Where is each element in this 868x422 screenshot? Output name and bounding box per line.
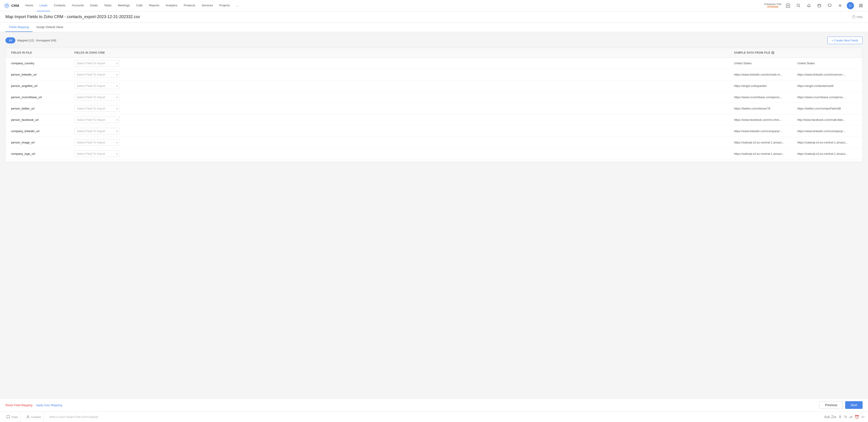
filter-unmapped[interactable]: Unmapped (49) xyxy=(36,39,56,42)
sample-data-1: https://www.linkedin.com/in/mark-m... xyxy=(732,71,796,79)
col-header-sample-data-2 xyxy=(796,48,859,57)
filter-all[interactable]: All xyxy=(5,37,16,44)
select-field-wrapper[interactable]: Select Field To Import xyxy=(74,139,120,146)
select-field-dropdown[interactable]: Select Field To Import xyxy=(74,150,120,157)
select-field-dropdown[interactable]: Select Field To Import xyxy=(74,128,120,134)
crm-label: CRM xyxy=(11,4,19,7)
logo-icon xyxy=(4,2,10,9)
contacts-section[interactable]: Contacts xyxy=(24,412,44,414)
help-button[interactable]: Help xyxy=(852,15,863,19)
calendar-icon[interactable] xyxy=(815,2,823,9)
select-field-dropdown[interactable]: Select Field To Import xyxy=(74,105,120,112)
field-name-cell: person_angellist_url xyxy=(9,82,72,90)
settings-icon[interactable] xyxy=(836,2,844,9)
chat-icon[interactable] xyxy=(826,2,833,9)
user-avatar[interactable]: U xyxy=(847,2,854,9)
select-field-wrapper[interactable]: Select Field To Import xyxy=(74,71,120,78)
select-field-dropdown[interactable]: Select Field To Import xyxy=(74,94,120,101)
notifications-icon[interactable] xyxy=(805,2,812,9)
svg-rect-6 xyxy=(860,4,861,5)
nav-reports[interactable]: Reports xyxy=(146,0,162,11)
logo[interactable]: CRM xyxy=(4,2,19,9)
nav-home[interactable]: Home xyxy=(23,0,36,11)
field-name-cell: company_logo_url xyxy=(9,150,72,158)
svg-point-2 xyxy=(797,4,799,6)
select-field-wrapper[interactable]: Select Field To Import xyxy=(74,105,120,112)
table-row: person_twitter_url Select Field To Impor… xyxy=(6,103,862,114)
select-field-wrapper[interactable]: Select Field To Import xyxy=(74,128,120,134)
nav-deals[interactable]: Deals xyxy=(88,0,100,11)
svg-rect-3 xyxy=(818,4,821,7)
enterprise-badge[interactable]: Enterprise-Trial UPGRADE xyxy=(764,3,781,8)
crm-field-cell: Select Field To Import xyxy=(72,58,732,69)
tab-assign-default[interactable]: Assign Default Value xyxy=(33,23,67,32)
nav-calls[interactable]: Calls xyxy=(133,0,145,11)
sample-data-1: https://salesql.s3.eu-central-1.amazo... xyxy=(732,150,796,158)
crm-field-cell: Select Field To Import xyxy=(72,125,732,137)
nav-right-section: Enterprise-Trial UPGRADE U xyxy=(764,2,864,9)
sample-data-2: https://www.crunchbase.com/perso... xyxy=(796,93,859,101)
select-field-wrapper[interactable]: Select Field To Import xyxy=(74,150,120,157)
nav-meetings[interactable]: Meetings xyxy=(115,0,133,11)
sample-data-1: Benjamin Arritt xyxy=(732,161,796,162)
crm-field-cell: Select Field To Import xyxy=(72,92,732,103)
nav-services[interactable]: Services xyxy=(199,0,216,11)
select-field-dropdown[interactable]: Select Field To Import xyxy=(74,116,120,123)
table-row: person_linkedin_url Select Field To Impo… xyxy=(6,69,862,80)
field-name-cell: person_crunchbase_url xyxy=(9,93,72,101)
nav-contacts[interactable]: Contacts xyxy=(51,0,68,11)
sample-data-2: http://www.facebook.com/matt.ibbe... xyxy=(796,116,859,124)
sample-data-1: https://www.facebook.com/mr.chris... xyxy=(732,116,796,124)
sample-data-2: https://www.linkedin.com/in/vernon-... xyxy=(796,71,859,79)
bottom-bar: Reset Field Mapping Apply Auto Mapping P… xyxy=(0,398,868,412)
select-field-wrapper[interactable]: Select Field To Import xyxy=(74,94,120,101)
filter-mapped[interactable]: Mapped (12) xyxy=(17,39,34,42)
select-field-wrapper[interactable]: Select Field To Import xyxy=(74,60,120,66)
table-row: created_by Select Field To Import Benjam… xyxy=(6,160,862,162)
previous-button[interactable]: Previous xyxy=(819,401,843,409)
create-fields-button[interactable]: + Create New Fields xyxy=(827,37,863,44)
nav-leads[interactable]: Leads xyxy=(37,0,50,11)
nav-projects[interactable]: Projects xyxy=(217,0,232,11)
field-name-cell: created_by xyxy=(9,161,72,162)
sample-data-2: https://salesql.s3.eu-central-1.amazo... xyxy=(796,139,859,146)
tab-fields-mapping[interactable]: Fields Mapping xyxy=(5,23,33,32)
next-button[interactable]: Next xyxy=(845,401,863,409)
svg-point-0 xyxy=(5,4,8,7)
bottom-left-actions: Reset Field Mapping Apply Auto Mapping xyxy=(5,403,62,407)
select-field-dropdown[interactable]: Select Field To Import xyxy=(74,83,120,89)
page-header: Map Import Fields to Zoho CRM - contacts… xyxy=(0,11,868,23)
create-icon[interactable] xyxy=(784,2,792,9)
tabs-bar: Fields Mapping Assign Default Value xyxy=(0,23,868,32)
nav-accounts[interactable]: Accounts xyxy=(69,0,87,11)
search-icon[interactable] xyxy=(795,2,802,9)
select-field-wrapper[interactable]: Select Field To Import xyxy=(74,83,120,89)
select-field-dropdown[interactable]: Select Field To Import xyxy=(74,71,120,78)
col-header-sample-data: SAMPLE DATA FROM FILE i xyxy=(732,48,796,57)
reset-field-mapping-link[interactable]: Reset Field Mapping xyxy=(5,403,32,407)
sample-data-1: https://www.crunchbase.com/perso... xyxy=(732,93,796,101)
table-row: person_angellist_url Select Field To Imp… xyxy=(6,80,862,92)
svg-point-5 xyxy=(839,5,841,6)
smart-chat-bar: Chats Contacts Here is your Smart Chat (… xyxy=(0,412,868,414)
svg-rect-7 xyxy=(861,4,862,5)
sample-data-2: United States xyxy=(796,59,859,67)
table-row: company_country Select Field To Import U… xyxy=(6,58,862,69)
nav-products[interactable]: Products xyxy=(181,0,198,11)
top-navigation: CRM Home Leads Contacts Accounts Deals T… xyxy=(0,0,868,11)
chats-section[interactable]: Chats xyxy=(4,412,21,414)
table-row: person_crunchbase_url Select Field To Im… xyxy=(6,92,862,103)
nav-analytics[interactable]: Analytics xyxy=(163,0,180,11)
apply-auto-mapping-link[interactable]: Apply Auto Mapping xyxy=(36,403,62,407)
select-field-dropdown[interactable]: Select Field To Import xyxy=(74,139,120,146)
nav-more[interactable]: ... xyxy=(234,0,241,11)
col-header-fields-in-crm: FIELDS IN ZOHO CRM xyxy=(72,48,732,57)
select-field-wrapper[interactable]: Select Field To Import xyxy=(74,116,120,123)
crm-field-cell: Select Field To Import xyxy=(72,80,732,91)
field-name-cell: person_twitter_url xyxy=(9,105,72,112)
select-field-dropdown[interactable]: Select Field To Import xyxy=(74,60,120,66)
nav-tasks[interactable]: Tasks xyxy=(101,0,114,11)
apps-icon[interactable] xyxy=(857,2,864,9)
sample-data-2: Benjamin Arritt xyxy=(796,161,859,162)
sample-data-2: https://twitter.com/JordanPatrickB xyxy=(796,105,859,112)
